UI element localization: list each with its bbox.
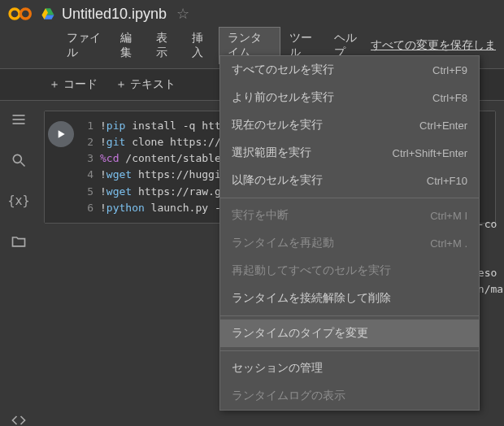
dd-manage-sessions[interactable]: セッションの管理 <box>220 354 479 382</box>
variables-icon[interactable]: {x} <box>10 192 28 210</box>
svg-marker-10 <box>59 130 65 137</box>
star-icon[interactable]: ☆ <box>176 5 189 23</box>
dd-run-selection[interactable]: 選択範囲を実行Ctrl+Shift+Enter <box>220 139 479 167</box>
dd-interrupt: 実行を中断Ctrl+M I <box>220 202 479 229</box>
dd-run-after[interactable]: 以降のセルを実行Ctrl+F10 <box>220 167 479 194</box>
search-icon[interactable] <box>10 151 28 169</box>
runtime-dropdown: すべてのセルを実行Ctrl+F9 より前のセルを実行Ctrl+F8 現在のセルを… <box>219 55 480 411</box>
toc-icon[interactable] <box>10 111 28 128</box>
dd-run-current[interactable]: 現在のセルを実行Ctrl+Enter <box>220 111 479 139</box>
svg-point-0 <box>10 9 20 19</box>
dd-run-before[interactable]: より前のセルを実行Ctrl+F8 <box>220 84 479 111</box>
save-all-link[interactable]: すべての変更を保存しま <box>371 38 496 53</box>
drive-icon <box>41 7 55 21</box>
dd-change-runtime-type[interactable]: ランタイムのタイプを変更 <box>220 320 479 347</box>
svg-rect-5 <box>13 115 25 116</box>
svg-rect-6 <box>13 119 25 120</box>
menu-edit[interactable]: 編集 <box>112 28 146 63</box>
menu-file[interactable]: ファイル <box>59 28 111 63</box>
dd-run-all[interactable]: すべてのセルを実行Ctrl+F9 <box>220 56 479 84</box>
colab-logo-icon <box>8 6 34 22</box>
svg-point-1 <box>20 9 30 19</box>
notebook-title[interactable]: Untitled10.ipynb <box>62 6 167 23</box>
dd-restart: ランタイムを再起動Ctrl+M . <box>220 229 479 257</box>
dd-view-logs: ランタイムログの表示 <box>220 382 479 410</box>
svg-line-9 <box>21 163 25 167</box>
dd-disconnect[interactable]: ランタイムを接続解除して削除 <box>220 285 479 312</box>
run-cell-button[interactable] <box>48 121 74 147</box>
code-icon[interactable] <box>10 411 28 426</box>
add-text-button[interactable]: ＋ テキスト <box>109 74 182 95</box>
svg-point-8 <box>13 154 21 163</box>
svg-rect-7 <box>13 123 25 124</box>
add-code-button[interactable]: ＋ コード <box>42 74 104 95</box>
menu-insert[interactable]: 挿入 <box>184 28 218 63</box>
menu-view[interactable]: 表示 <box>148 28 182 63</box>
dd-restart-run-all: 再起動してすべてのセルを実行 <box>220 257 479 285</box>
left-rail: {x} <box>0 101 37 426</box>
files-icon[interactable] <box>10 233 28 250</box>
